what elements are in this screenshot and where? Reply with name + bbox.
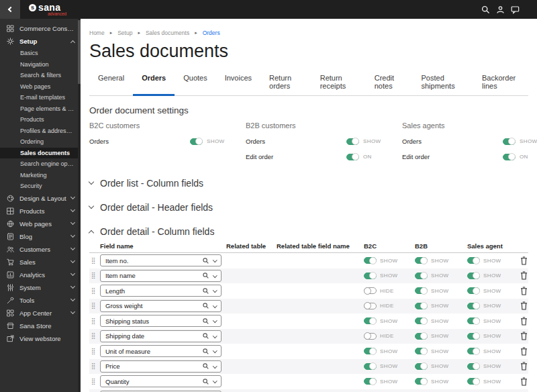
chat-icon[interactable] bbox=[511, 5, 520, 14]
drag-handle[interactable]: ⣿ bbox=[91, 258, 97, 264]
sales-agent-toggle[interactable] bbox=[467, 317, 480, 324]
setting-toggle[interactable] bbox=[503, 138, 516, 145]
sales-agent-toggle[interactable] bbox=[467, 287, 480, 294]
b2c-toggle[interactable] bbox=[364, 317, 377, 324]
field-name-combobox[interactable]: Unit of measure bbox=[100, 345, 222, 357]
section-toggle[interactable]: Order detail - Header fields bbox=[89, 202, 528, 213]
sidebar-item[interactable]: Profiles & addresses bbox=[0, 126, 81, 137]
sales-agent-toggle[interactable] bbox=[467, 378, 480, 385]
delete-row-button[interactable] bbox=[520, 332, 528, 340]
tab[interactable]: Return receipts bbox=[311, 71, 366, 96]
tab[interactable]: Invoices bbox=[216, 71, 260, 96]
drag-handle[interactable]: ⣿ bbox=[91, 363, 97, 369]
tab[interactable]: General bbox=[89, 71, 133, 96]
field-name-combobox[interactable]: Shipping status bbox=[100, 315, 222, 327]
b2c-toggle[interactable] bbox=[364, 257, 377, 264]
sidebar-item[interactable]: Sales bbox=[0, 256, 81, 268]
setting-toggle[interactable] bbox=[503, 154, 516, 160]
drag-handle[interactable]: ⣿ bbox=[91, 348, 97, 354]
field-name-combobox[interactable]: Gross weight bbox=[100, 300, 222, 312]
b2c-toggle[interactable] bbox=[364, 363, 377, 370]
sales-agent-toggle[interactable] bbox=[467, 273, 480, 279]
sidebar-item[interactable]: Web pages bbox=[0, 81, 81, 93]
b2c-toggle[interactable] bbox=[364, 333, 377, 340]
breadcrumb-link[interactable]: Sales documents bbox=[146, 30, 189, 36]
sidebar-item[interactable]: Ordering bbox=[0, 136, 81, 148]
sidebar-item[interactable]: System bbox=[0, 281, 81, 294]
section-toggle[interactable]: Order list - Column fields bbox=[89, 178, 528, 189]
sidebar-item[interactable]: Marketing bbox=[0, 170, 81, 181]
drag-handle[interactable]: ⣿ bbox=[91, 288, 97, 294]
sidebar-item[interactable]: Basics bbox=[0, 48, 81, 59]
b2c-toggle[interactable] bbox=[364, 287, 377, 294]
breadcrumb-link[interactable]: Home bbox=[89, 30, 105, 36]
sidebar-scrollbar-thumb[interactable] bbox=[78, 20, 81, 84]
sales-agent-toggle[interactable] bbox=[467, 363, 480, 370]
delete-row-button[interactable] bbox=[520, 377, 528, 386]
b2b-toggle[interactable] bbox=[415, 348, 428, 354]
b2c-toggle[interactable] bbox=[364, 273, 377, 279]
field-name-combobox[interactable]: Item no. bbox=[100, 254, 222, 266]
b2b-toggle[interactable] bbox=[415, 378, 428, 385]
sidebar-item[interactable]: Page elements & messages bbox=[0, 103, 81, 115]
sidebar-item[interactable]: Security bbox=[0, 181, 81, 192]
drag-handle[interactable]: ⣿ bbox=[91, 333, 97, 339]
sales-agent-toggle[interactable] bbox=[467, 303, 480, 309]
delete-row-button[interactable] bbox=[520, 256, 528, 265]
tab[interactable]: Orders bbox=[133, 71, 175, 96]
sidebar-item[interactable]: Search engine optimization bbox=[0, 158, 81, 170]
search-icon[interactable] bbox=[481, 5, 490, 14]
breadcrumb-link[interactable]: Setup bbox=[117, 30, 132, 36]
delete-row-button[interactable] bbox=[520, 301, 528, 310]
tab[interactable]: Posted shipments bbox=[413, 71, 474, 96]
tab[interactable]: Backorder lines bbox=[473, 71, 528, 96]
sidebar-item[interactable]: Sana Store bbox=[0, 320, 81, 332]
field-name-combobox[interactable]: Price bbox=[100, 360, 222, 373]
b2b-toggle[interactable] bbox=[415, 257, 428, 264]
b2c-toggle[interactable] bbox=[364, 348, 377, 354]
field-name-combobox[interactable]: Length bbox=[100, 285, 222, 297]
sidebar-item[interactable]: View webstore bbox=[0, 332, 81, 345]
sidebar-item[interactable]: Web pages bbox=[0, 217, 81, 230]
setting-toggle[interactable] bbox=[346, 154, 359, 160]
sidebar-item[interactable]: Navigation bbox=[0, 59, 81, 70]
sidebar-item[interactable]: Design & Layout bbox=[0, 192, 81, 205]
tab[interactable]: Quotes bbox=[175, 71, 215, 96]
b2b-toggle[interactable] bbox=[415, 303, 428, 309]
sales-agent-toggle[interactable] bbox=[467, 257, 480, 264]
sidebar-collapse-button[interactable] bbox=[0, 0, 20, 19]
b2b-toggle[interactable] bbox=[415, 363, 428, 370]
sidebar-item[interactable]: Products bbox=[0, 205, 81, 217]
drag-handle[interactable]: ⣿ bbox=[91, 379, 97, 385]
tab[interactable]: Return orders bbox=[260, 71, 311, 96]
section-toggle[interactable]: Order detail - Column fields bbox=[89, 226, 528, 237]
sidebar-item[interactable]: Customers bbox=[0, 243, 81, 256]
b2c-toggle[interactable] bbox=[364, 378, 377, 385]
sidebar-item[interactable]: Search & filters bbox=[0, 70, 81, 81]
b2b-toggle[interactable] bbox=[415, 333, 428, 340]
field-name-combobox[interactable]: Quantity bbox=[100, 375, 222, 387]
b2b-toggle[interactable] bbox=[415, 287, 428, 294]
delete-row-button[interactable] bbox=[520, 317, 528, 326]
field-name-combobox[interactable]: Shipping date bbox=[100, 330, 222, 342]
sidebar-item[interactable]: Analytics bbox=[0, 268, 81, 281]
drag-handle[interactable]: ⣿ bbox=[91, 273, 97, 279]
drag-handle[interactable]: ⣿ bbox=[91, 303, 97, 309]
delete-row-button[interactable] bbox=[520, 347, 528, 356]
tab[interactable]: Credit notes bbox=[366, 71, 413, 96]
sidebar-item[interactable]: Setup bbox=[0, 35, 81, 48]
delete-row-button[interactable] bbox=[520, 271, 528, 280]
delete-row-button[interactable] bbox=[520, 287, 528, 295]
sidebar-scrollbar[interactable] bbox=[78, 19, 81, 392]
setting-toggle[interactable] bbox=[190, 138, 203, 145]
sidebar-item[interactable]: E-mail templates bbox=[0, 92, 81, 103]
b2c-toggle[interactable] bbox=[364, 303, 377, 309]
sales-agent-toggle[interactable] bbox=[467, 333, 480, 340]
setting-toggle[interactable] bbox=[346, 138, 359, 145]
user-icon[interactable] bbox=[496, 5, 505, 14]
sidebar-item[interactable]: App Center bbox=[0, 307, 81, 320]
drag-handle[interactable]: ⣿ bbox=[91, 318, 97, 324]
b2b-toggle[interactable] bbox=[415, 317, 428, 324]
sales-agent-toggle[interactable] bbox=[467, 348, 480, 354]
sidebar-item[interactable]: Tools bbox=[0, 294, 81, 307]
